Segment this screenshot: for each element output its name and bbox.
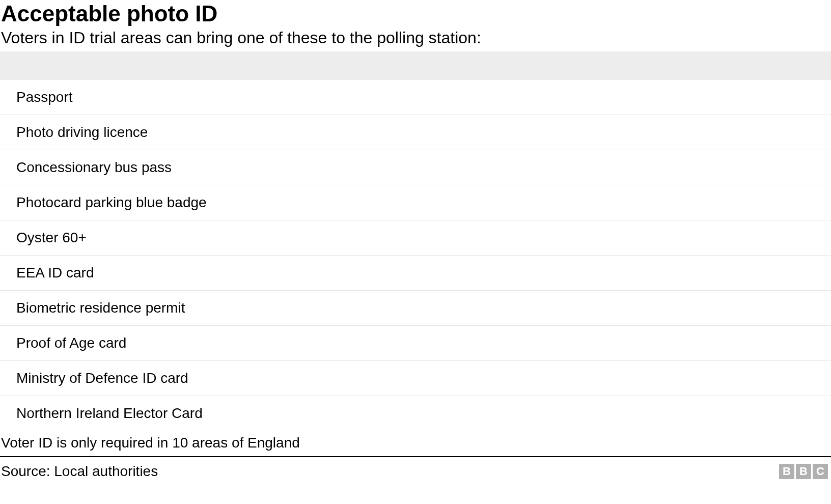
source-text: Source: Local authorities bbox=[1, 463, 158, 480]
list-item: Proof of Age card bbox=[0, 326, 831, 361]
bbc-logo-letter: B bbox=[779, 464, 794, 479]
list-item: Northern Ireland Elector Card bbox=[0, 396, 831, 431]
list-item: Concessionary bus pass bbox=[0, 150, 831, 185]
footnote: Voter ID is only required in 10 areas of… bbox=[0, 431, 831, 457]
list-item: Biometric residence permit bbox=[0, 291, 831, 326]
list-item: Photocard parking blue badge bbox=[0, 185, 831, 220]
list-item: Photo driving licence bbox=[0, 115, 831, 150]
document-container: Acceptable photo ID Voters in ID trial a… bbox=[0, 0, 831, 484]
bbc-logo: B B C bbox=[779, 464, 828, 479]
bbc-logo-letter: B bbox=[796, 464, 811, 479]
list-item: EEA ID card bbox=[0, 256, 831, 291]
page-title: Acceptable photo ID bbox=[0, 0, 831, 29]
id-list: Passport Photo driving licence Concessio… bbox=[0, 80, 831, 431]
list-item: Oyster 60+ bbox=[0, 220, 831, 256]
list-item: Passport bbox=[0, 80, 831, 115]
footer: Source: Local authorities B B C bbox=[0, 457, 831, 484]
page-subtitle: Voters in ID trial areas can bring one o… bbox=[0, 29, 831, 51]
bbc-logo-letter: C bbox=[813, 464, 828, 479]
table-header-bar bbox=[0, 51, 831, 80]
list-item: Ministry of Defence ID card bbox=[0, 361, 831, 396]
